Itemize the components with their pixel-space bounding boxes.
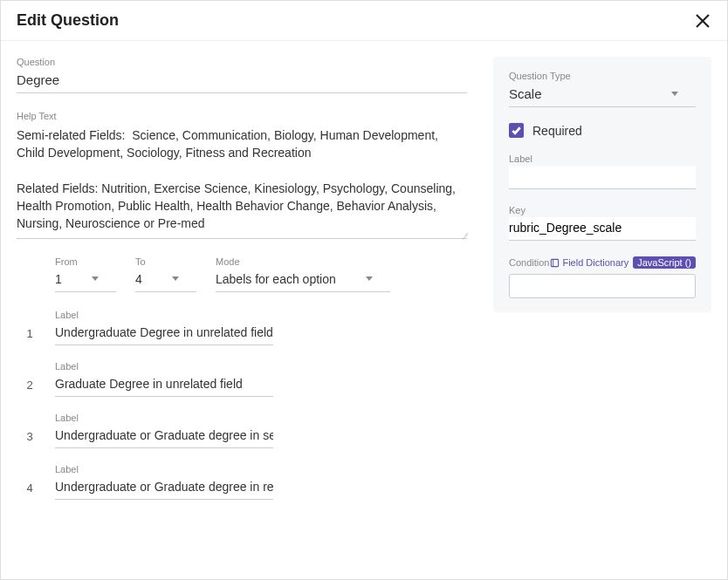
book-icon bbox=[550, 258, 560, 268]
option-number: 2 bbox=[17, 379, 43, 397]
helptext-input[interactable]: Semi-related Fields: Science, Communicat… bbox=[17, 123, 467, 239]
to-field: To 4 bbox=[135, 256, 196, 292]
to-label: To bbox=[135, 256, 196, 267]
to-select[interactable]: 4 bbox=[135, 269, 196, 292]
mode-field: Mode Labels for each option bbox=[216, 256, 390, 292]
question-type-label: Question Type bbox=[509, 71, 696, 81]
option-number: 1 bbox=[17, 327, 43, 345]
required-checkbox[interactable] bbox=[509, 123, 524, 138]
from-select[interactable]: 1 bbox=[55, 269, 116, 292]
field-dictionary-link[interactable]: Field Dictionary bbox=[550, 257, 628, 268]
svg-rect-2 bbox=[552, 259, 559, 266]
from-value: 1 bbox=[55, 272, 62, 286]
question-input[interactable] bbox=[17, 69, 467, 93]
from-field: From 1 bbox=[55, 256, 116, 292]
mode-label: Mode bbox=[216, 256, 390, 267]
from-label: From bbox=[55, 256, 116, 267]
option-label-heading: Label bbox=[55, 413, 273, 423]
modal-title: Edit Question bbox=[17, 11, 119, 30]
condition-label: Condition bbox=[509, 257, 549, 268]
right-panel: Question Type Scale Required Label Key bbox=[493, 57, 711, 312]
modal-body: Question Help Text Semi-related Fields: … bbox=[1, 41, 727, 579]
chevron-down-icon bbox=[366, 276, 373, 281]
option-label-heading: Label bbox=[55, 361, 273, 372]
key-input[interactable] bbox=[509, 217, 696, 241]
scale-option-row: 2 Label bbox=[17, 361, 467, 397]
helptext-field: Help Text Semi-related Fields: Science, … bbox=[17, 111, 467, 239]
question-type-select[interactable]: Scale bbox=[509, 83, 696, 107]
question-field: Question bbox=[17, 57, 467, 93]
modal-header: Edit Question bbox=[1, 1, 727, 41]
question-type-value: Scale bbox=[509, 86, 542, 101]
option-label-input[interactable] bbox=[55, 322, 273, 345]
label-input[interactable] bbox=[509, 166, 696, 189]
option-number: 3 bbox=[17, 430, 43, 448]
option-label-input[interactable] bbox=[55, 476, 273, 500]
field-dictionary-text: Field Dictionary bbox=[562, 257, 628, 268]
chevron-down-icon bbox=[172, 276, 179, 281]
label-field: Label bbox=[509, 154, 696, 189]
option-label-input[interactable] bbox=[55, 373, 273, 397]
left-panel: Question Help Text Semi-related Fields: … bbox=[17, 57, 467, 563]
option-label-heading: Label bbox=[55, 464, 273, 474]
edit-question-modal: Edit Question Question Help Text Semi-re… bbox=[0, 0, 728, 580]
key-label: Key bbox=[509, 205, 696, 215]
option-label-input[interactable] bbox=[55, 425, 273, 448]
label-heading: Label bbox=[509, 154, 696, 164]
resize-handle-icon[interactable] bbox=[460, 230, 469, 239]
question-label: Question bbox=[17, 57, 467, 67]
chevron-down-icon bbox=[92, 276, 99, 281]
key-field: Key bbox=[509, 205, 696, 241]
question-type-field: Question Type Scale bbox=[509, 71, 696, 107]
required-label: Required bbox=[532, 124, 582, 138]
mode-value: Labels for each option bbox=[216, 272, 336, 286]
chevron-down-icon bbox=[671, 92, 678, 96]
scale-option-row: 4 Label bbox=[17, 464, 467, 500]
condition-field: Condition Field Dictionary JavaScript () bbox=[509, 256, 696, 298]
condition-input[interactable] bbox=[509, 274, 696, 298]
close-icon[interactable] bbox=[694, 12, 711, 30]
required-row: Required bbox=[509, 123, 696, 138]
scale-option-row: 3 Label bbox=[17, 413, 467, 448]
mode-select[interactable]: Labels for each option bbox=[216, 269, 390, 292]
option-label-heading: Label bbox=[55, 310, 273, 320]
helptext-label: Help Text bbox=[17, 111, 467, 121]
scale-option-list: 1 Label 2 Label 3 Label bbox=[17, 310, 467, 500]
scale-option-row: 1 Label bbox=[17, 310, 467, 345]
javascript-badge[interactable]: JavaScript () bbox=[633, 256, 696, 269]
scale-controls: From 1 To 4 Mode Labels for bbox=[55, 256, 467, 292]
to-value: 4 bbox=[135, 272, 142, 286]
option-number: 4 bbox=[17, 481, 43, 500]
